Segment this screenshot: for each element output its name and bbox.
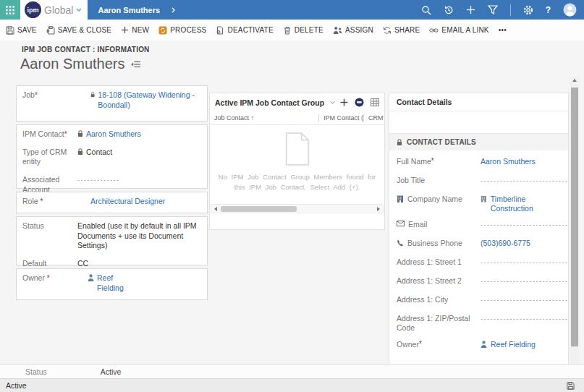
vertical-scroll-thumb[interactable] — [571, 88, 578, 346]
job-title-value[interactable]: ---------------------------------------- — [481, 176, 568, 185]
email-label: Email — [397, 220, 481, 229]
user-menu-button[interactable] — [563, 3, 577, 17]
horizontal-scrollbar[interactable] — [211, 204, 384, 213]
full-name-value[interactable]: Aaron Smuthers — [481, 157, 561, 166]
ipm-contact-value[interactable]: Aaron Smuthers — [77, 129, 201, 140]
advanced-find-button[interactable] — [488, 5, 498, 14]
subgrid-header: Active IPM Job Contact Group Memb... — [210, 93, 384, 111]
contact-owner-value[interactable]: Reef Fielding — [481, 340, 561, 349]
triangle-left-icon — [214, 207, 217, 211]
topbar-divider — [510, 4, 511, 16]
job-title-label: Job Title — [397, 176, 481, 185]
app-launcher-button[interactable] — [0, 0, 20, 20]
contact-details-fields: Full Name* Aaron Smuthers Job Title ----… — [389, 150, 568, 365]
column-header-ipm-contact[interactable]: IPM Contact (Job Conta... — [318, 114, 363, 122]
owner-box: Owner * Reef Fielding — [16, 268, 208, 300]
help-button[interactable]: ? — [546, 5, 551, 15]
email-field: Email ----------------------------------… — [397, 220, 561, 232]
form-footer: Status Active — [0, 364, 584, 378]
owner-field: Owner * Reef Fielding — [22, 273, 201, 293]
ipm-contact-link[interactable]: Aaron Smuthers — [86, 129, 141, 140]
topbar-actions: ? — [421, 3, 577, 17]
save-icon — [6, 26, 14, 35]
column-header-job-contact[interactable]: Job Contact ↑ — [210, 114, 318, 122]
email-value[interactable]: ---------------------------------------- — [481, 220, 568, 229]
role-field: Role * Architectural Designer — [22, 197, 201, 207]
brand-logo[interactable]: ipm Global — [20, 0, 88, 20]
address-city-value[interactable]: ---------------------------------------- — [481, 295, 568, 304]
more-commands-button[interactable]: ••• — [499, 26, 507, 34]
company-name-label: Company Name — [397, 195, 481, 204]
job-value[interactable]: 18-108 (Gateway Widening - Boondall) — [77, 90, 201, 110]
new-button[interactable]: NEW — [121, 26, 149, 34]
owner-value[interactable]: Reef Fielding — [77, 273, 201, 293]
address-street2-value[interactable]: ---------------------------------------- — [481, 276, 568, 286]
help-icon: ? — [546, 5, 551, 15]
save-and-close-button[interactable]: SAVE & CLOSE — [46, 26, 111, 35]
process-button[interactable]: PROCESS — [158, 26, 206, 35]
statusbar-save-button[interactable] — [567, 382, 575, 390]
quick-create-button[interactable] — [466, 5, 475, 14]
assign-icon — [333, 26, 342, 35]
scroll-up-arrow[interactable] — [570, 79, 580, 82]
status-box: Status Enabled (use it by default in all… — [16, 216, 208, 265]
vertical-scrollbar[interactable] — [570, 77, 580, 375]
address-street1-label: Address 1: Street 1 — [397, 257, 481, 267]
brand-name: Global — [44, 4, 73, 16]
subgrid-add-button[interactable] — [340, 98, 348, 106]
subgrid-ipm-button[interactable] — [355, 98, 364, 107]
role-link[interactable]: Architectural Designer — [90, 197, 165, 207]
share-button[interactable]: SHARE — [383, 26, 420, 35]
business-phone-label: Business Phone — [397, 239, 481, 248]
full-name-link[interactable]: Aaron Smuthers — [481, 157, 536, 166]
recent-items-button[interactable] — [444, 5, 454, 15]
delete-button[interactable]: DELETE — [283, 26, 323, 35]
business-phone-link[interactable]: (503)690-6775 — [481, 239, 530, 248]
save-icon — [567, 382, 575, 390]
job-link[interactable]: 18-108 (Gateway Widening - Boondall) — [98, 90, 201, 110]
owner-link[interactable]: Reef Fielding — [97, 273, 136, 293]
address-street1-value[interactable]: ---------------------------------------- — [481, 257, 568, 267]
status-value[interactable]: Enabled (use it by default in all IPM Do… — [77, 221, 201, 251]
chevron-right-icon[interactable] — [172, 7, 175, 13]
horizontal-scroll-track[interactable] — [220, 205, 374, 213]
status-field: Status Enabled (use it by default in all… — [22, 221, 201, 251]
subgrid-column-headers: Job Contact ↑ IPM Contact (Job Conta... … — [210, 111, 384, 125]
address-zip-field: Address 1: ZIP/Postal Code -------------… — [397, 314, 561, 333]
address-zip-value[interactable]: ---------------------------------------- — [481, 314, 568, 323]
breadcrumb[interactable]: Aaron Smuthers — [98, 6, 175, 14]
plus-icon — [466, 5, 475, 14]
settings-button[interactable] — [523, 5, 533, 15]
email-link-icon — [429, 26, 439, 35]
company-name-field: Company Name Timberline Construction — [397, 195, 561, 213]
horizontal-scroll-thumb[interactable] — [221, 206, 297, 212]
contact-owner-link[interactable]: Reef Fielding — [491, 340, 536, 349]
contact-details-panel: Contact Details CONTACT DETAILS Full Nam… — [389, 93, 569, 365]
column-header-crm-type[interactable]: CRM T — [363, 114, 384, 122]
breadcrumb-record[interactable]: Aaron Smuthers — [98, 6, 160, 14]
subgrid-view-selector[interactable]: Active IPM Job Contact Group Memb... — [215, 98, 325, 107]
contact-details-section-header[interactable]: CONTACT DETAILS — [389, 133, 568, 150]
assign-button[interactable]: ASSIGN — [333, 26, 373, 35]
plus-icon — [121, 26, 129, 34]
avatar-icon — [563, 3, 577, 17]
form-selector-button[interactable] — [131, 61, 140, 68]
chevron-down-icon[interactable] — [330, 101, 335, 105]
plus-icon — [340, 98, 348, 106]
subgrid-open-view-button[interactable] — [371, 98, 379, 106]
history-clock-icon — [444, 5, 454, 15]
deactivate-button[interactable]: DEACTIVATE — [216, 26, 273, 35]
scroll-right-arrow[interactable] — [374, 205, 383, 213]
scroll-left-arrow[interactable] — [211, 205, 220, 213]
crm-entity-value[interactable]: Contact — [77, 148, 201, 167]
company-name-value[interactable]: Timberline Construction — [481, 195, 561, 213]
business-phone-value[interactable]: (503)690-6775 — [481, 239, 561, 248]
company-name-link[interactable]: Timberline Construction — [491, 195, 561, 213]
ipm-contact-box: IPM Contact* Aaron Smuthers Type of CRM … — [16, 124, 208, 189]
address-street2-field: Address 1: Street 2 --------------------… — [397, 276, 561, 289]
job-field: Job* 18-108 (Gateway Widening - Boondall… — [22, 90, 201, 110]
role-value[interactable]: Architectural Designer — [77, 197, 201, 207]
email-a-link-button[interactable]: EMAIL A LINK — [429, 26, 488, 35]
save-button[interactable]: SAVE — [6, 26, 37, 35]
search-button[interactable] — [421, 5, 431, 15]
